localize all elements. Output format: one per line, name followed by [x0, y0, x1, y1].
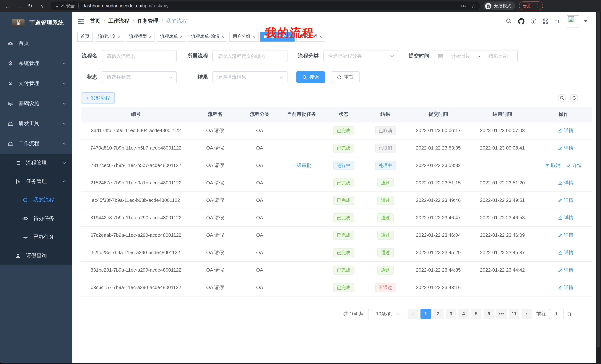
detail-button[interactable]: 详情: [558, 127, 573, 134]
avatar[interactable]: [567, 15, 579, 27]
detail-button[interactable]: 详情: [558, 232, 573, 238]
sidebar-item-payment[interactable]: ¥ 支付管理: [0, 74, 72, 94]
process-definition-input[interactable]: [212, 50, 288, 62]
sidebar-item-todo-tasks[interactable]: 待办任务: [0, 209, 72, 228]
detail-button[interactable]: 详情: [558, 284, 573, 291]
chevron-down-icon: [62, 102, 66, 105]
detail-button[interactable]: 详情: [558, 214, 573, 221]
detail-label: 详情: [564, 284, 573, 291]
toggle-search-button[interactable]: [558, 94, 566, 102]
page-number-button[interactable]: 3: [446, 308, 456, 319]
view-tab[interactable]: 流程模型 ×: [126, 32, 155, 41]
view-tab[interactable]: 流程表单 ×: [157, 32, 186, 41]
page-number-button[interactable]: •••: [496, 308, 507, 319]
process-name-input[interactable]: [102, 50, 177, 62]
sidebar-item-home[interactable]: 首页: [0, 33, 72, 53]
breadcrumb-item[interactable]: 任务管理: [137, 18, 158, 25]
start-date-placeholder[interactable]: 开始日期: [445, 53, 477, 59]
page-number-button[interactable]: 2: [433, 308, 443, 319]
view-tab[interactable]: 流程表单-编辑 ×: [188, 32, 228, 41]
close-icon[interactable]: ×: [221, 34, 224, 39]
home-icon[interactable]: ⌂: [36, 1, 46, 11]
status-badge: 已完成: [333, 248, 354, 257]
page-number-button[interactable]: 4: [458, 308, 469, 319]
goto-label: 前往: [536, 310, 546, 317]
view-tab[interactable]: 首页 ×: [77, 32, 93, 41]
next-page-button[interactable]: ›: [521, 308, 532, 319]
key-icon[interactable]: [461, 3, 466, 9]
current-task-link[interactable]: 一级审批: [292, 162, 311, 169]
detail-button[interactable]: 详情: [558, 197, 573, 203]
cell-name: OA 请假: [191, 174, 239, 192]
update-button[interactable]: 更新 ⋮: [519, 1, 543, 10]
bookmark-star-icon[interactable]: ☆: [471, 3, 475, 9]
result-select[interactable]: 请选择流结果: [212, 71, 288, 83]
sidebar-item-my-process[interactable]: 我的流程: [0, 191, 72, 209]
page-number-button[interactable]: 6: [484, 308, 494, 319]
page-size-select[interactable]: 10条/页: [368, 308, 403, 319]
reset-button[interactable]: 重置: [331, 71, 360, 83]
robot-icon: [22, 197, 28, 203]
view-tab[interactable]: 流程定义 ×: [95, 32, 124, 41]
page-number-button[interactable]: 11: [509, 308, 519, 319]
status-select[interactable]: 请选择状态: [102, 71, 177, 83]
table-row: 2152467e-7b9b-11ec-9a1b-acde48001122 OA …: [81, 174, 592, 192]
sidebar-toggle-icon[interactable]: [78, 18, 84, 24]
forward-icon[interactable]: →: [14, 1, 24, 11]
detail-button[interactable]: 详情: [558, 267, 573, 273]
sidebar-item-label: 支付管理: [19, 80, 39, 87]
sidebar-item-done-tasks[interactable]: 已办任务: [0, 228, 72, 246]
view-tab[interactable]: 用户分组 ×: [229, 32, 259, 41]
browser-menu-icon[interactable]: ⋮: [535, 3, 539, 9]
sidebar-item-task-mgmt[interactable]: 任务管理: [0, 172, 72, 191]
submit-time-range-picker[interactable]: 开始日期 - 结束日期: [434, 50, 518, 62]
search-button[interactable]: 搜索: [296, 71, 325, 83]
category-select[interactable]: 请选择流程分类: [323, 50, 398, 62]
result-badge: 通过: [377, 178, 393, 187]
cell-id: 7317cec6-7b9b-11ec-b5b7-acde48001122: [81, 157, 191, 174]
sidebar-item-workflow[interactable]: 工作流程: [0, 134, 72, 153]
help-icon[interactable]: ?: [531, 18, 536, 24]
sidebar-item-devtools[interactable]: 研发工具: [0, 114, 72, 134]
goto-page-input[interactable]: [549, 308, 564, 319]
breadcrumb-item[interactable]: 工作流程: [109, 18, 129, 25]
status-badge: 已完成: [333, 231, 354, 239]
fullscreen-icon[interactable]: [542, 18, 549, 24]
detail-button[interactable]: 详情: [558, 249, 573, 256]
edit-pen-icon: [558, 146, 562, 150]
filter-category-label: 流程分类: [296, 53, 319, 59]
close-icon[interactable]: ×: [180, 34, 182, 39]
prev-page-button[interactable]: ‹: [408, 308, 418, 319]
cancel-button[interactable]: 取消: [545, 162, 561, 169]
sidebar-item-process-mgmt[interactable]: 流程管理: [0, 153, 72, 172]
scrollbar-thumb[interactable]: [597, 12, 600, 348]
reload-icon[interactable]: ↻: [25, 1, 35, 11]
end-date-placeholder[interactable]: 结束日期: [482, 53, 514, 59]
close-icon[interactable]: ×: [252, 34, 255, 39]
sidebar-item-leave-query[interactable]: 请假查询: [0, 246, 72, 265]
status-badge: 已完成: [333, 213, 354, 222]
url-bar[interactable]: ▲ 不安全 dashboard.yudao.iocoder.cn/bpm/tas…: [50, 1, 480, 10]
sidebar-item-system[interactable]: ⚙ 系统管理: [0, 53, 72, 74]
close-icon[interactable]: ×: [118, 34, 120, 39]
breadcrumb: 首页 / 工作流程 / 任务管理 / 我的流程: [90, 18, 187, 25]
font-size-icon[interactable]: TT: [555, 18, 561, 24]
page-number-button[interactable]: 5: [471, 308, 481, 319]
detail-button[interactable]: 详情: [558, 144, 573, 151]
app-logo[interactable]: 🐰 芋道管理系统: [0, 12, 72, 33]
back-icon[interactable]: ←: [3, 1, 13, 11]
sidebar-item-label: 基础设施: [19, 100, 39, 107]
page-number-button[interactable]: 1: [421, 308, 431, 319]
detail-button[interactable]: 详情: [558, 179, 573, 186]
close-icon[interactable]: ×: [149, 34, 151, 39]
github-icon[interactable]: [518, 18, 524, 24]
page-scrollbar[interactable]: [596, 12, 601, 364]
close-icon[interactable]: ×: [319, 34, 322, 39]
sidebar-item-infra[interactable]: 基础设施: [0, 94, 72, 114]
detail-button[interactable]: 详情: [566, 162, 582, 169]
breadcrumb-item[interactable]: 首页: [90, 18, 100, 25]
search-icon[interactable]: [506, 18, 512, 24]
refresh-table-button[interactable]: [570, 94, 578, 102]
start-process-button[interactable]: + 发起流程: [81, 92, 115, 104]
avatar-dropdown-caret-icon[interactable]: [584, 20, 588, 22]
